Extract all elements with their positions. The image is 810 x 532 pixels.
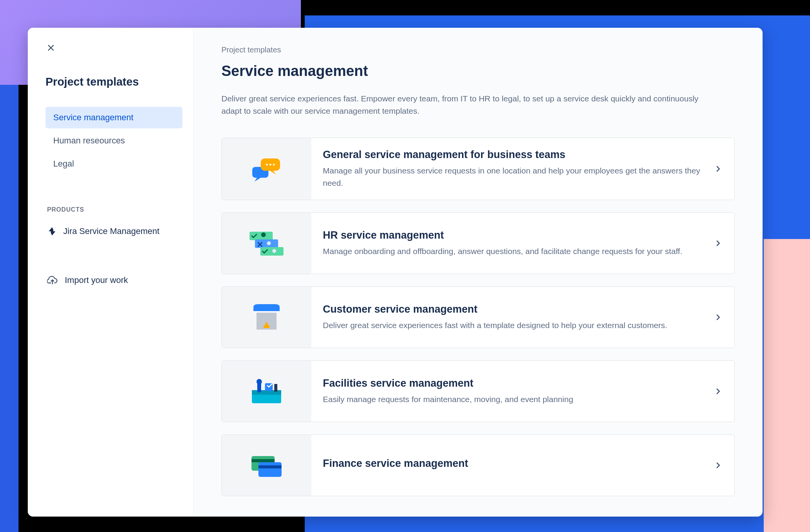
svg-point-11	[267, 241, 271, 245]
svg-point-15	[265, 322, 268, 325]
products-section-label: PRODUCTS	[46, 206, 182, 213]
chevron-right-icon	[714, 387, 723, 396]
product-label: Jira Service Management	[63, 226, 159, 236]
chevron-right-icon	[714, 313, 723, 322]
template-finance-service[interactable]: Finance service management	[221, 434, 735, 496]
import-your-work[interactable]: Import your work	[46, 272, 182, 289]
chevron-right-icon	[714, 461, 723, 470]
bg-decor-peach	[764, 239, 810, 532]
sidebar-item-label: Service management	[53, 113, 133, 122]
sidebar-item-service-management[interactable]: Service management	[46, 107, 182, 128]
import-label: Import your work	[65, 275, 128, 285]
svg-rect-8	[250, 232, 273, 240]
svg-rect-23	[251, 459, 275, 462]
svg-point-6	[270, 164, 272, 166]
template-thumbnail	[222, 287, 311, 348]
page-description: Deliver great service experiences fast. …	[221, 93, 719, 117]
template-desc: Easily manage requests for maintenance, …	[323, 393, 704, 406]
close-icon	[47, 44, 55, 52]
page-title: Service management	[221, 63, 735, 79]
sidebar: Project templates Service management Hum…	[28, 28, 194, 517]
template-title: Finance service management	[323, 458, 704, 470]
template-thumbnail	[222, 213, 311, 274]
template-title: Facilities service management	[323, 377, 704, 389]
sidebar-item-human-resources[interactable]: Human reseources	[46, 130, 182, 152]
template-thumbnail	[222, 435, 311, 496]
svg-point-9	[261, 232, 266, 237]
template-list: General service management for business …	[221, 138, 735, 496]
storefront-icon	[250, 303, 284, 332]
sidebar-title: Project templates	[46, 76, 182, 88]
hr-icon	[247, 229, 286, 257]
chevron-right-icon	[714, 239, 723, 248]
template-body: General service management for business …	[311, 138, 734, 200]
toolbox-icon	[248, 378, 285, 405]
svg-point-19	[256, 379, 262, 384]
template-title: Customer service management	[323, 303, 704, 315]
template-desc: Manage onboarding and offboarding, answe…	[323, 245, 704, 258]
template-general-service[interactable]: General service management for business …	[221, 138, 735, 200]
template-hr-service[interactable]: HR service management Manage onboarding …	[221, 212, 735, 274]
template-thumbnail	[222, 361, 311, 422]
svg-rect-24	[258, 462, 282, 477]
svg-rect-12	[260, 247, 284, 256]
templates-modal: Project templates Service management Hum…	[28, 28, 763, 517]
chat-icon	[249, 155, 284, 182]
sidebar-item-legal[interactable]: Legal	[46, 153, 182, 175]
template-desc: Manage all your business service request…	[323, 165, 704, 189]
cloud-upload-icon	[47, 275, 58, 286]
jira-icon	[47, 226, 57, 236]
template-body: Facilities service management Easily man…	[311, 361, 734, 422]
svg-rect-21	[274, 384, 277, 392]
template-body: Finance service management	[311, 435, 734, 496]
product-jira-service-management[interactable]: Jira Service Management	[46, 223, 182, 239]
svg-point-7	[273, 164, 275, 166]
main-content: Project templates Service management Del…	[194, 28, 763, 517]
sidebar-item-label: Human reseources	[53, 136, 125, 145]
breadcrumb[interactable]: Project templates	[221, 45, 735, 54]
template-facilities-service[interactable]: Facilities service management Easily man…	[221, 360, 735, 422]
template-thumbnail	[222, 138, 311, 200]
svg-rect-25	[258, 465, 282, 468]
template-desc: Deliver great service experiences fast w…	[323, 319, 704, 332]
template-title: HR service management	[323, 229, 704, 241]
svg-point-13	[272, 249, 276, 253]
bg-decor-blue-left	[0, 85, 19, 532]
finance-icon	[249, 454, 284, 477]
template-title: General service management for business …	[323, 149, 704, 161]
svg-point-5	[266, 164, 268, 166]
template-body: HR service management Manage onboarding …	[311, 213, 734, 274]
template-customer-service[interactable]: Customer service management Deliver grea…	[221, 286, 735, 348]
close-button[interactable]	[46, 42, 56, 53]
sidebar-item-label: Legal	[53, 159, 74, 168]
chevron-right-icon	[714, 164, 723, 173]
template-body: Customer service management Deliver grea…	[311, 287, 734, 348]
